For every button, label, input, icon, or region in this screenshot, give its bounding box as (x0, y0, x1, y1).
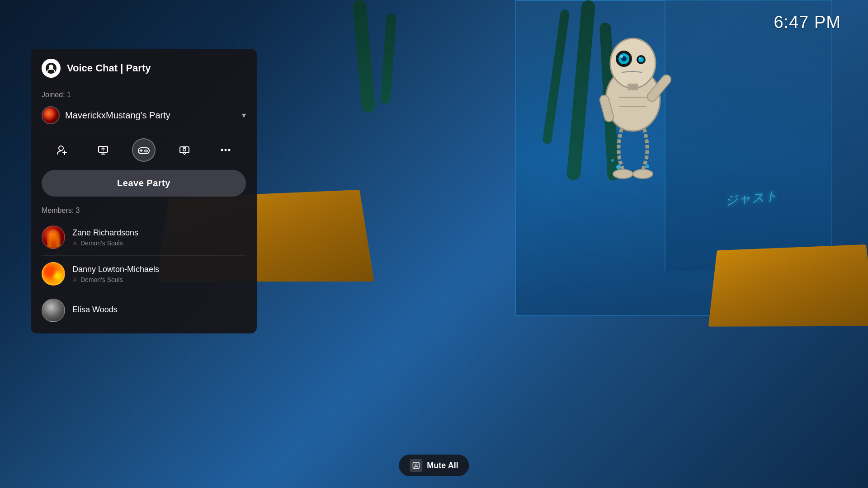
svg-rect-11 (627, 84, 638, 90)
svg-point-32 (145, 150, 146, 151)
seaweed-decoration (352, 0, 376, 113)
list-item[interactable]: Zane Richardsons ⚔ Demon's Souls (31, 219, 257, 255)
svg-point-38 (221, 149, 223, 151)
members-list: Zane Richardsons ⚔ Demon's Souls Danny L… (31, 219, 257, 333)
list-item[interactable]: Elisa Woods (31, 292, 257, 328)
game-title: Demon's Souls (80, 239, 123, 247)
member-info: Danny Lowton-Michaels ⚔ Demon's Souls (72, 265, 246, 283)
panel-title: Voice Chat | Party (67, 62, 151, 74)
member-game: ⚔ Demon's Souls (72, 276, 246, 283)
party-name: MaverickxMustang's Party (65, 110, 236, 121)
add-friend-button[interactable] (50, 138, 74, 162)
voice-chat-icon (42, 59, 61, 78)
avatar (42, 299, 65, 322)
svg-point-1 (610, 38, 656, 88)
svg-point-39 (224, 149, 226, 151)
member-name: Danny Lowton-Michaels (72, 265, 246, 274)
member-info: Zane Richardsons ⚔ Demon's Souls (72, 228, 246, 247)
robot-decoration (570, 27, 696, 199)
svg-point-37 (183, 149, 186, 151)
seaweed-decoration (380, 13, 396, 104)
party-host-avatar (42, 106, 60, 124)
game-icon: ⚔ (72, 276, 78, 283)
voice-chat-panel: Voice Chat | Party Joined: 1 MaverickxMu… (31, 49, 257, 333)
svg-point-42 (415, 464, 417, 466)
platform-decoration (708, 244, 868, 327)
member-game: ⚔ Demon's Souls (72, 239, 246, 247)
svg-point-17 (633, 169, 653, 178)
mute-all-bar[interactable]: Mute All (399, 455, 469, 476)
mute-all-label: Mute All (427, 461, 458, 470)
svg-point-20 (611, 159, 614, 162)
game-title: Demon's Souls (80, 276, 123, 283)
member-name: Elisa Woods (72, 305, 246, 314)
screen-share-button[interactable] (91, 138, 115, 162)
svg-point-34 (145, 151, 146, 153)
more-options-button[interactable] (214, 138, 237, 162)
controller-button[interactable] (132, 138, 156, 162)
members-count: Members: 3 (31, 203, 257, 219)
party-selector[interactable]: MaverickxMustang's Party ▾ (31, 103, 257, 130)
svg-point-5 (620, 55, 623, 58)
member-name: Zane Richardsons (72, 228, 246, 238)
svg-point-40 (228, 149, 230, 151)
game-icon: ⚔ (72, 239, 78, 246)
joined-count: Joined: 1 (31, 86, 257, 103)
mute-icon (410, 459, 422, 472)
avatar (42, 225, 65, 249)
svg-point-19 (646, 164, 649, 168)
game-share-button[interactable] (173, 138, 196, 162)
member-info: Elisa Woods (72, 305, 246, 316)
panel-header: Voice Chat | Party (31, 49, 257, 86)
svg-rect-41 (413, 462, 419, 469)
party-toolbar (31, 130, 257, 168)
svg-rect-36 (180, 147, 189, 153)
leave-party-button[interactable]: Leave Party (42, 170, 246, 197)
svg-point-22 (59, 146, 63, 150)
svg-point-16 (613, 169, 633, 178)
svg-point-18 (616, 165, 621, 169)
svg-point-33 (146, 150, 148, 152)
system-clock: 6:47 PM (774, 13, 841, 32)
svg-point-8 (639, 57, 641, 59)
avatar (42, 262, 65, 286)
svg-point-35 (144, 150, 145, 152)
chevron-down-icon: ▾ (242, 110, 246, 120)
list-item[interactable]: Danny Lowton-Michaels ⚔ Demon's Souls (31, 256, 257, 292)
